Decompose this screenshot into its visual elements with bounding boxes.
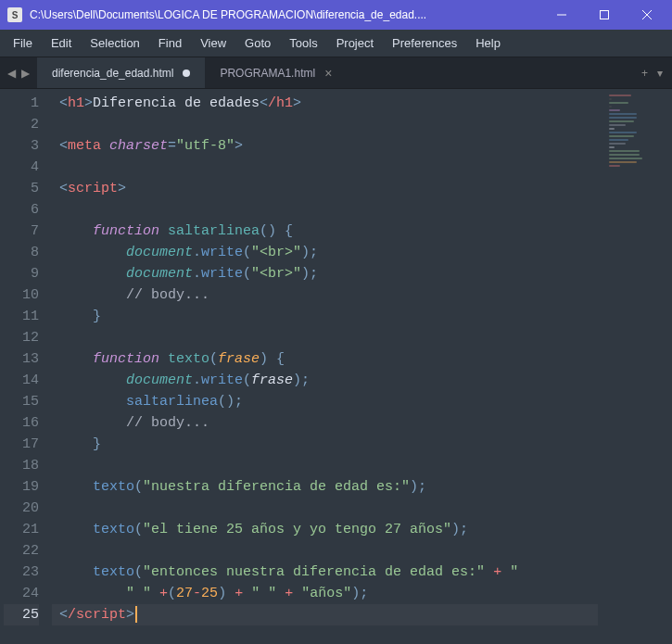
code-line[interactable]: [52, 455, 598, 476]
code-line[interactable]: </script>: [52, 604, 598, 625]
tab-actions: + ▾: [632, 57, 672, 88]
line-number: 25: [4, 604, 39, 625]
tabbar: ◀ ▶ diferencia_de_edad.html PROGRAMA1.ht…: [0, 57, 672, 89]
titlebar: S C:\Users\Dell\Documents\LOGICA DE PROG…: [0, 0, 672, 30]
line-number: 24: [4, 583, 39, 604]
line-number: 11: [4, 306, 39, 327]
line-number: 5: [4, 178, 39, 199]
code-line[interactable]: texto("nuestra diferencia de edad es:");: [52, 476, 598, 498]
svg-rect-0: [601, 11, 609, 19]
line-number: 23: [4, 562, 39, 583]
code-line[interactable]: [52, 540, 598, 562]
line-number: 8: [4, 242, 39, 263]
tab-inactive[interactable]: PROGRAMA1.html ×: [205, 57, 347, 88]
code-line[interactable]: texto("el tiene 25 años y yo tengo 27 añ…: [52, 519, 598, 540]
code-line[interactable]: }: [52, 306, 598, 327]
line-number: 4: [4, 157, 39, 178]
tab-close-icon[interactable]: ×: [324, 67, 332, 80]
minimap-content: [609, 95, 665, 206]
code-line[interactable]: [52, 114, 598, 135]
line-number: 15: [4, 391, 39, 412]
line-number: 2: [4, 114, 39, 135]
menu-selection[interactable]: Selection: [81, 32, 148, 54]
code-line[interactable]: " " +(27-25) + " " + "años");: [52, 583, 598, 604]
code-line[interactable]: document.write("<br>");: [52, 263, 598, 284]
menu-file[interactable]: File: [4, 32, 42, 54]
line-number: 7: [4, 221, 39, 242]
line-number: 10: [4, 284, 39, 306]
maximize-button[interactable]: [583, 0, 626, 30]
code-line[interactable]: }: [52, 434, 598, 455]
tabs-dropdown-icon[interactable]: ▾: [657, 67, 663, 80]
line-number: 6: [4, 199, 39, 221]
code-line[interactable]: [52, 498, 598, 519]
tab-label: diferencia_de_edad.html: [52, 67, 173, 80]
app-icon: S: [7, 7, 22, 22]
line-number: 1: [4, 93, 39, 114]
tab-label: PROGRAMA1.html: [220, 67, 315, 80]
menu-project[interactable]: Project: [327, 32, 383, 54]
menu-edit[interactable]: Edit: [42, 32, 81, 54]
code-line[interactable]: document.write(frase);: [52, 370, 598, 391]
menu-find[interactable]: Find: [149, 32, 191, 54]
tab-history-forward-icon[interactable]: ▶: [19, 67, 32, 80]
line-number: 20: [4, 498, 39, 519]
code-line[interactable]: function saltarlinea() {: [52, 221, 598, 242]
line-number: 16: [4, 412, 39, 434]
new-tab-icon[interactable]: +: [641, 67, 648, 80]
tab-nav: ◀ ▶: [0, 57, 37, 88]
code-line[interactable]: // body...: [52, 412, 598, 434]
tab-active[interactable]: diferencia_de_edad.html: [37, 57, 205, 88]
tab-history-back-icon[interactable]: ◀: [6, 67, 18, 80]
window-controls: [540, 0, 668, 30]
menu-goto[interactable]: Goto: [235, 32, 280, 54]
menubar: File Edit Selection Find View Goto Tools…: [0, 30, 672, 57]
close-button[interactable]: [626, 0, 668, 30]
menu-view[interactable]: View: [191, 32, 235, 54]
code-line[interactable]: [52, 157, 598, 178]
window-title: C:\Users\Dell\Documents\LOGICA DE PROGRA…: [30, 8, 540, 21]
line-number: 17: [4, 434, 39, 455]
minimize-button[interactable]: [540, 0, 583, 30]
line-number: 12: [4, 327, 39, 348]
code-line[interactable]: [52, 327, 598, 348]
menu-help[interactable]: Help: [466, 32, 510, 54]
line-number: 21: [4, 519, 39, 540]
line-number: 22: [4, 540, 39, 562]
code-area[interactable]: <h1>Diferencia de edades</h1><meta chars…: [52, 89, 598, 644]
editor: 1234567891011121314151617181920212223242…: [0, 89, 672, 644]
code-line[interactable]: // body...: [52, 284, 598, 306]
line-number: 9: [4, 263, 39, 284]
line-number: 18: [4, 455, 39, 476]
line-number: 14: [4, 370, 39, 391]
line-number: 3: [4, 135, 39, 157]
code-line[interactable]: saltarlinea();: [52, 391, 598, 412]
menu-tools[interactable]: Tools: [280, 32, 326, 54]
line-number: 19: [4, 476, 39, 498]
tab-dirty-icon: [183, 69, 190, 77]
code-line[interactable]: [52, 199, 598, 221]
gutter: 1234567891011121314151617181920212223242…: [0, 89, 52, 644]
code-line[interactable]: <script>: [52, 178, 598, 199]
code-line[interactable]: function texto(frase) {: [52, 348, 598, 370]
menu-preferences[interactable]: Preferences: [383, 32, 466, 54]
minimap[interactable]: [598, 89, 672, 644]
code-line[interactable]: texto("entonces nuestra diferencia de ed…: [52, 562, 598, 583]
line-number: 13: [4, 348, 39, 370]
code-line[interactable]: <h1>Diferencia de edades</h1>: [52, 93, 598, 114]
code-line[interactable]: document.write("<br>");: [52, 242, 598, 263]
code-line[interactable]: <meta charset="utf-8">: [52, 135, 598, 157]
